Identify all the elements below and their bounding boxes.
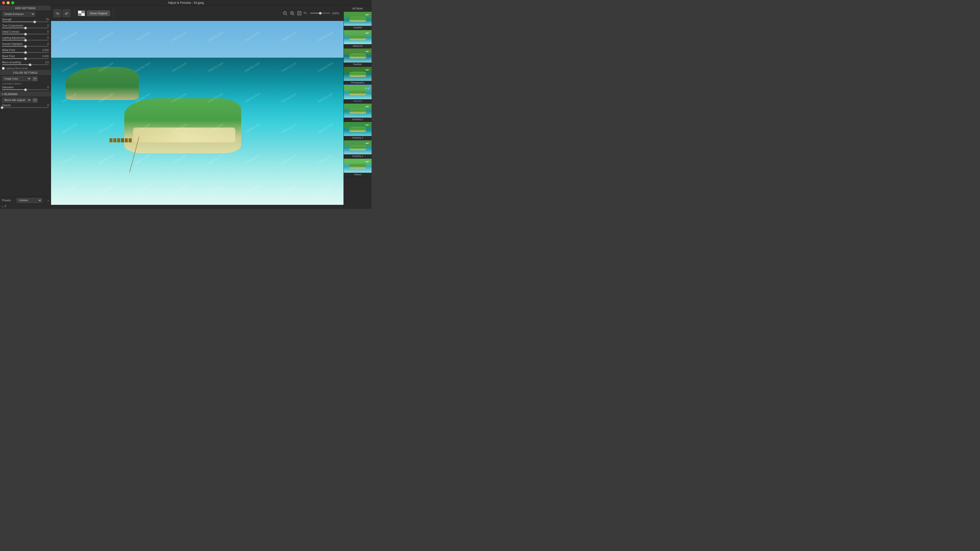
lighting-effects-label: Lighting Effects Mode	[6, 67, 27, 70]
slider-value-0: 70	[46, 18, 49, 21]
eyedropper-button[interactable]: ✏	[32, 76, 38, 81]
minimize-button[interactable]	[6, 1, 10, 4]
style-item-photographic[interactable]: Photographic	[344, 67, 372, 85]
slider-row-5: White Point 0.000	[0, 48, 51, 54]
style-item-vibrant[interactable]: Vibrant	[344, 159, 372, 177]
toolbar: Show Original	[51, 6, 344, 21]
presets-arrow: ›	[48, 199, 49, 202]
titlebar: Adjust & Preview - 54.jpeg	[0, 0, 372, 6]
style-name-3: Photographic	[344, 81, 372, 85]
blend-dropdown[interactable]: Blend with original	[2, 98, 32, 103]
style-name-0: Detailed	[344, 26, 372, 30]
slider-label-3: Lighting Adjustments	[2, 37, 25, 39]
opacity-row: Opacity 0	[0, 103, 51, 110]
preset-row: Details Enhancer	[0, 11, 51, 17]
svg-line-6	[293, 14, 294, 15]
color-mode-dropdown[interactable]: Image Color	[2, 76, 32, 81]
style-thumb-4: ✓	[344, 85, 372, 99]
main-layout: HDR SETTINGS Details Enhancer Strength 7…	[0, 6, 372, 209]
slider-row-7: Micro-smoothing 2.0	[0, 60, 51, 67]
lighting-effects-row: Lighting Effects Mode	[0, 67, 51, 70]
slider-label-4: Smooth Highlights	[2, 43, 23, 45]
hdr-section-header: HDR SETTINGS	[0, 6, 51, 11]
style-item-painterly-4[interactable]: Painterly 4	[344, 140, 372, 159]
blend-edit-button[interactable]: ✏	[32, 98, 38, 103]
slider-label-2: Detail Contrast	[2, 30, 19, 33]
slider-value-3: 0	[47, 37, 49, 39]
styles-container: Detailed Balanced	[344, 12, 372, 177]
blend-mode-row: Blend with original ✏	[0, 97, 51, 103]
expand-icon: ›	[2, 205, 3, 208]
style-name-5: Painterly 2	[344, 118, 372, 122]
slider-row-4: Smooth Highlights 0	[0, 42, 51, 48]
preset-dropdown[interactable]: Details Enhancer	[2, 12, 35, 17]
style-item-detailed[interactable]: Detailed	[344, 12, 372, 30]
style-name-2: Realistic	[344, 62, 372, 67]
presets-row: Presets Unlisted ›	[2, 198, 49, 203]
style-thumb-5	[344, 103, 372, 118]
slider-value-2: 0	[47, 30, 49, 33]
show-original-button[interactable]: Show Original	[87, 11, 110, 16]
style-name-1: Balanced	[344, 44, 372, 48]
lighting-effects-checkbox[interactable]	[2, 67, 5, 70]
color-section-header: COLOR SETTINGS	[0, 70, 51, 76]
saturation-value: 0	[47, 86, 49, 89]
style-name-7: Painterly 4	[344, 154, 372, 159]
fit-button[interactable]	[297, 11, 302, 16]
left-panel: HDR SETTINGS Details Enhancer Strength 7…	[0, 6, 51, 209]
color-options-row: Luminance options	[0, 82, 51, 86]
opacity-value: 0	[47, 104, 49, 106]
close-button[interactable]	[2, 1, 5, 4]
checkerboard-icon[interactable]	[78, 11, 85, 16]
opacity-label: Opacity	[2, 104, 11, 106]
style-thumb-2	[344, 48, 372, 62]
help-icon[interactable]: ?	[5, 205, 6, 208]
maximize-button[interactable]	[11, 1, 14, 4]
style-item-painterly-3[interactable]: Painterly 3	[344, 122, 372, 140]
window-title: Adjust & Preview - 54.jpeg	[168, 1, 204, 5]
style-item-painterly-2[interactable]: Painterly 2	[344, 103, 372, 122]
zoom-in-button[interactable]	[290, 11, 295, 16]
slider-label-6: Black Point	[2, 55, 15, 58]
right-panel: All Styles Detailed	[344, 6, 372, 209]
slider-label-5: White Point	[2, 49, 15, 52]
presets-label: Presets	[2, 199, 11, 202]
slider-label-0: Strength	[2, 18, 12, 21]
slider-row-0: Strength 70	[0, 17, 51, 24]
slider-track-4[interactable]	[2, 46, 49, 47]
style-item-balanced[interactable]: Balanced	[344, 30, 372, 48]
style-thumb-8	[344, 159, 372, 173]
style-thumb-1	[344, 30, 372, 44]
zoom-slider[interactable]	[310, 13, 331, 14]
slider-track-6[interactable]	[2, 58, 49, 59]
slider-value-6: 0.000	[42, 55, 49, 58]
toolbar-separator-2	[113, 8, 113, 18]
island-center	[124, 98, 241, 153]
slider-track-7[interactable]	[2, 64, 49, 65]
slider-track-0[interactable]	[2, 21, 49, 22]
slider-track-5[interactable]	[2, 52, 49, 53]
color-mode-row: Image Color ✏	[0, 76, 51, 82]
bottom-icons-row: › ?	[0, 204, 51, 209]
zoom-slider-container	[310, 13, 331, 14]
slider-track-3[interactable]	[2, 40, 49, 41]
style-item-realistic[interactable]: Realistic	[344, 48, 372, 67]
bottom-bar: Presets Unlisted ›	[0, 197, 51, 204]
center-area: Show Original	[51, 6, 344, 209]
zoom-out-button[interactable]	[282, 11, 288, 16]
slider-label-1: Tone Compression	[2, 24, 23, 27]
opacity-track[interactable]	[2, 107, 49, 108]
saturation-track[interactable]	[2, 89, 49, 90]
island-left	[65, 67, 139, 100]
slider-track-2[interactable]	[2, 34, 49, 35]
style-item-painterly[interactable]: ✓ Painterly	[344, 85, 372, 103]
style-name-4: Painterly	[344, 99, 372, 103]
style-thumb-7	[344, 140, 372, 154]
style-name-6: Painterly 3	[344, 136, 372, 140]
slider-track-1[interactable]	[2, 27, 49, 28]
presets-dropdown[interactable]: Unlisted	[17, 198, 42, 203]
slider-row-6: Black Point 0.000	[0, 54, 51, 60]
style-thumb-0	[344, 12, 372, 26]
slider-row-3: Lighting Adjustments 0	[0, 36, 51, 42]
main-scene: macmj.commacmj.commacmj.commacmj.commacm…	[51, 21, 344, 205]
